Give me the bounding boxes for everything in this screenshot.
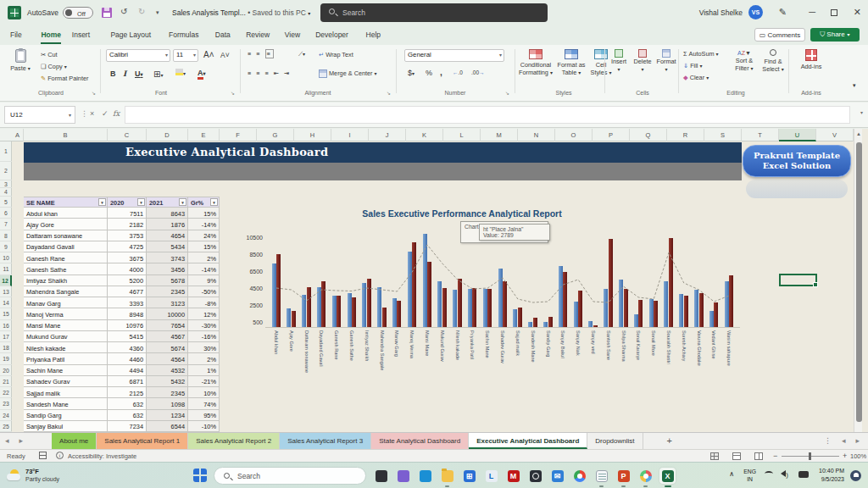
column-header-I[interactable]: I [331, 129, 369, 141]
chart-bar-2020[interactable] [679, 294, 683, 327]
chart-bar-2021[interactable] [548, 317, 553, 327]
table-cell[interactable]: Sahadev Gurav [24, 376, 108, 387]
table-cell[interactable]: 10% [188, 387, 220, 398]
font-family-select[interactable]: Calibri▾ [106, 49, 170, 62]
conditional-formatting-button[interactable]: ConditionalFormatting ▾ [518, 49, 554, 76]
table-cell[interactable]: Sajjad malik [24, 387, 108, 398]
ring-app-icon[interactable] [527, 468, 543, 484]
store-icon[interactable]: ⊞ [461, 468, 477, 484]
zoom-out-icon[interactable]: − [773, 452, 777, 460]
column-header-O[interactable]: O [555, 129, 593, 141]
orientation-icon[interactable]: ⟋▾ [298, 50, 305, 58]
language-indicator[interactable]: ENGIN [743, 468, 756, 483]
accessibility-status[interactable]: Accessibility: Investigate [68, 452, 136, 460]
chart-bar-2020[interactable] [649, 299, 654, 327]
chart-bar-2020[interactable] [437, 281, 442, 327]
chart-bar-2020[interactable] [287, 308, 291, 327]
share-button[interactable]: ⛉ Share ▾ [810, 28, 860, 42]
column-header-K[interactable]: K [406, 129, 443, 141]
chart-bar-2021[interactable] [321, 281, 326, 327]
chart-bar-2021[interactable] [638, 300, 643, 327]
table-header-2020[interactable]: 2020▾ [108, 197, 147, 208]
sheet-tab-state-analytical-dashboard[interactable]: State Analytical Dashboard [371, 433, 469, 449]
table-cell[interactable]: -14% [188, 219, 220, 230]
table-cell[interactable]: 7511 [108, 208, 147, 219]
quick-access-chevron-icon[interactable]: ▾ [156, 9, 159, 16]
table-cell[interactable]: 4494 [108, 365, 147, 376]
table-cell[interactable]: 2% [188, 353, 220, 364]
sheet-tab-dropdownlist[interactable]: Dropdownlist [587, 433, 643, 449]
bold-button[interactable]: B [110, 69, 116, 78]
close-button[interactable]: ✕ [854, 7, 861, 18]
linkedin-icon[interactable]: L [483, 468, 499, 484]
chart-bar-2021[interactable] [518, 308, 522, 327]
save-icon[interactable] [102, 8, 112, 18]
chart-bar-2020[interactable] [408, 252, 412, 327]
excel-icon[interactable]: X [659, 468, 676, 484]
edge-icon[interactable] [417, 468, 433, 484]
table-cell[interactable]: 4564 [147, 353, 188, 364]
tab-insert[interactable]: Insert [72, 30, 90, 39]
search-input[interactable]: Search [320, 3, 548, 22]
chart-bar-2021[interactable] [699, 293, 704, 327]
row-header-9[interactable]: 9 [0, 241, 12, 252]
table-cell[interactable]: 95% [188, 410, 220, 421]
chart-bar-2020[interactable] [423, 234, 427, 327]
filter-icon[interactable]: ▾ [210, 198, 218, 206]
row-header-3[interactable]: 3 [0, 180, 12, 188]
row-header-17[interactable]: 17 [0, 331, 12, 342]
user-name[interactable]: Vishal Shelke [699, 8, 743, 17]
chart-bar-2021[interactable] [276, 254, 281, 327]
table-cell[interactable]: Dattaram sonawane [24, 230, 108, 241]
table-cell[interactable]: 4000 [108, 263, 147, 274]
sheet-tab-sales-analytical-report-3[interactable]: Sales Analytical Report 3 [280, 433, 371, 449]
table-cell[interactable]: Mukund Gurav [24, 331, 108, 342]
column-header-C[interactable]: C [108, 129, 147, 141]
row-header-22[interactable]: 22 [0, 387, 12, 398]
table-cell[interactable]: 5200 [108, 275, 147, 286]
chart-bar-2021[interactable] [367, 279, 371, 327]
column-header-R[interactable]: R [667, 129, 704, 141]
row-headers[interactable]: 1234567891011121314151617181920212223242… [0, 141, 12, 432]
tray-chevron-icon[interactable]: ∧ [729, 470, 734, 478]
row-header-1[interactable]: 1 [0, 141, 12, 162]
pen-icon[interactable]: ✎ [779, 7, 787, 18]
table-cell[interactable]: 8948 [108, 308, 147, 319]
row-header-2[interactable]: 2 [0, 162, 12, 180]
tab-formulas[interactable]: Formulas [169, 30, 198, 39]
table-cell[interactable]: Sandip Garg [24, 410, 108, 421]
paste-button[interactable]: Paste ▾ [5, 49, 36, 72]
row-header-15[interactable]: 15 [0, 308, 12, 319]
chart-bar-2021[interactable] [397, 301, 401, 327]
volume-icon[interactable]: ) [781, 470, 788, 479]
zoom-slider-thumb[interactable] [809, 452, 811, 460]
table-cell[interactable]: 4677 [108, 286, 147, 297]
table-cell[interactable]: Ajay Gore [24, 219, 108, 230]
photos-icon[interactable] [637, 468, 654, 484]
number-dialog-launcher-icon[interactable]: ↘ [505, 90, 509, 96]
vertical-scrollbar[interactable]: ▲ [854, 129, 862, 432]
sheet-tab-sales-analytical-report-1[interactable]: Sales Analytical Report 1 [97, 433, 188, 449]
number-format-select[interactable]: General▾ [404, 49, 504, 62]
row-header-11[interactable]: 11 [0, 263, 12, 274]
percent-style-icon[interactable]: % [426, 69, 432, 77]
table-cell[interactable]: 2345 [147, 387, 188, 398]
table-cell[interactable]: Ganesh Rane [24, 252, 108, 263]
chart-bar-2020[interactable] [377, 287, 381, 327]
row-header-13[interactable]: 13 [0, 286, 12, 297]
chart-bar-2021[interactable] [442, 288, 447, 327]
font-size-select[interactable]: 11▾ [173, 49, 198, 62]
table-header-gr-[interactable]: Gr%▾ [188, 197, 220, 208]
table-cell[interactable]: 5678 [147, 275, 188, 286]
tab-home[interactable]: Home [41, 30, 61, 39]
grow-font-button[interactable]: A˄ [203, 50, 214, 59]
chart-bar-2021[interactable] [292, 311, 296, 327]
chat-icon[interactable] [395, 468, 411, 484]
borders-button[interactable]: ⊞▾ [153, 69, 163, 79]
table-cell[interactable]: 30% [188, 342, 220, 353]
chart-bar-2021[interactable] [563, 272, 567, 327]
column-header-E[interactable]: E [188, 129, 220, 141]
font-dialog-launcher-icon[interactable]: ↘ [231, 90, 235, 96]
table-cell[interactable]: Dayadand Gavali [24, 241, 108, 252]
cancel-icon[interactable]: × [90, 109, 94, 118]
